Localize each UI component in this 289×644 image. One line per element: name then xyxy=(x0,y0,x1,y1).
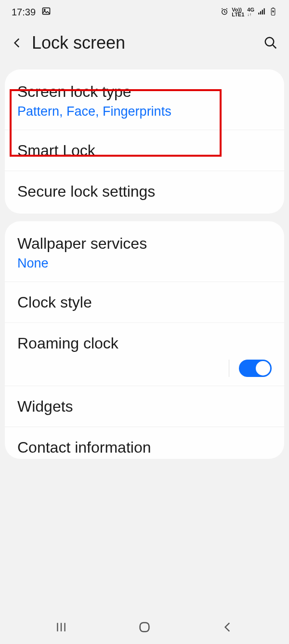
battery-icon xyxy=(269,7,277,17)
status-right: Vo)) LTE1 4G ↓↑ xyxy=(220,7,277,17)
setting-widgets[interactable]: Widgets xyxy=(5,386,284,427)
setting-wallpaper-services[interactable]: Wallpaper services None xyxy=(5,223,284,282)
setting-clock-style[interactable]: Clock style xyxy=(5,282,284,323)
network-gen: 4G ↓↑ xyxy=(247,7,254,17)
alarm-icon xyxy=(220,7,229,17)
svg-point-1 xyxy=(44,9,45,11)
setting-title: Roaming clock xyxy=(17,334,272,353)
signal-icon xyxy=(257,7,266,17)
setting-title: Clock style xyxy=(17,293,272,312)
setting-title: Screen lock type xyxy=(17,82,272,101)
setting-title: Wallpaper services xyxy=(17,234,272,253)
svg-rect-6 xyxy=(140,623,149,632)
page-title: Lock screen xyxy=(32,33,255,53)
divider xyxy=(229,360,229,377)
setting-contact-information[interactable]: Contact information xyxy=(5,427,284,457)
nav-back-button[interactable] xyxy=(213,617,242,637)
setting-subtitle: Pattern, Face, Fingerprints xyxy=(17,104,272,119)
setting-smart-lock[interactable]: Smart Lock xyxy=(5,130,284,171)
svg-rect-4 xyxy=(273,7,274,8)
network-label: Vo)) LTE1 xyxy=(232,7,244,17)
settings-card-1: Screen lock type Pattern, Face, Fingerpr… xyxy=(5,69,284,214)
home-button[interactable] xyxy=(130,617,159,637)
status-left: 17:39 xyxy=(12,6,51,18)
setting-roaming-clock[interactable]: Roaming clock xyxy=(5,323,284,356)
image-icon xyxy=(41,6,51,18)
navigation-bar xyxy=(0,610,289,644)
setting-screen-lock-type[interactable]: Screen lock type Pattern, Face, Fingerpr… xyxy=(5,71,284,130)
setting-title: Contact information xyxy=(17,438,272,457)
status-bar: 17:39 Vo)) LTE1 4G ↓↑ xyxy=(0,0,289,24)
recents-button[interactable] xyxy=(47,617,76,637)
roaming-toggle-row xyxy=(5,356,284,386)
roaming-clock-toggle[interactable] xyxy=(239,360,272,377)
back-button[interactable] xyxy=(10,35,25,51)
setting-secure-lock[interactable]: Secure lock settings xyxy=(5,171,284,212)
svg-point-5 xyxy=(265,38,274,46)
clock-time: 17:39 xyxy=(12,7,36,18)
setting-title: Widgets xyxy=(17,397,272,416)
setting-title: Secure lock settings xyxy=(17,182,272,201)
app-header: Lock screen xyxy=(0,24,289,67)
search-button[interactable] xyxy=(262,34,279,52)
settings-card-2: Wallpaper services None Clock style Roam… xyxy=(5,221,284,459)
setting-subtitle: None xyxy=(17,256,272,271)
setting-title: Smart Lock xyxy=(17,141,272,160)
